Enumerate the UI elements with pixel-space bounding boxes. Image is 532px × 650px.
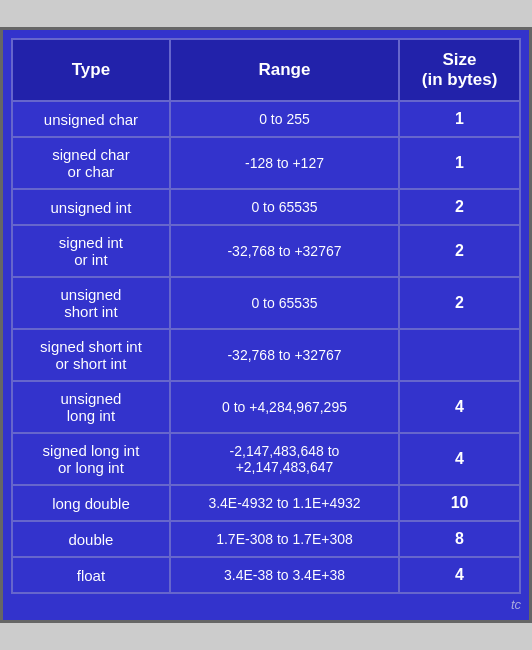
range-cell: 3.4E-4932 to 1.1E+4932 [170,485,399,521]
type-cell: signed intor int [12,225,170,277]
size-cell: 1 [399,137,520,189]
size-cell: 8 [399,521,520,557]
range-cell: 0 to 255 [170,101,399,137]
table-row: signed long intor long int-2,147,483,648… [12,433,520,485]
data-types-table: Type Range Size(in bytes) unsigned char0… [11,38,521,594]
range-cell: 1.7E-308 to 1.7E+308 [170,521,399,557]
range-cell: 3.4E-38 to 3.4E+38 [170,557,399,593]
range-header: Range [170,39,399,101]
type-cell: signed charor char [12,137,170,189]
type-cell: float [12,557,170,593]
table-row: unsigned char0 to 2551 [12,101,520,137]
size-cell: 2 [399,189,520,225]
size-cell [399,329,520,381]
range-cell: -32,768 to +32767 [170,225,399,277]
size-header: Size(in bytes) [399,39,520,101]
size-cell: 2 [399,225,520,277]
table-row: float3.4E-38 to 3.4E+384 [12,557,520,593]
type-header: Type [12,39,170,101]
range-cell: 0 to 65535 [170,277,399,329]
type-cell: unsigned char [12,101,170,137]
size-cell: 10 [399,485,520,521]
type-cell: double [12,521,170,557]
table-row: double1.7E-308 to 1.7E+3088 [12,521,520,557]
type-cell: unsignedshort int [12,277,170,329]
table-row: signed charor char-128 to +1271 [12,137,520,189]
table-row: unsignedshort int0 to 655352 [12,277,520,329]
table-row: signed intor int-32,768 to +327672 [12,225,520,277]
table-row: signed short intor short int-32,768 to +… [12,329,520,381]
range-cell: 0 to +4,284,967,295 [170,381,399,433]
type-cell: signed long intor long int [12,433,170,485]
main-container: Type Range Size(in bytes) unsigned char0… [0,27,532,623]
type-cell: unsignedlong int [12,381,170,433]
type-cell: long double [12,485,170,521]
type-cell: signed short intor short int [12,329,170,381]
table-row: unsigned int0 to 655352 [12,189,520,225]
watermark: tc [11,597,521,612]
size-cell: 4 [399,381,520,433]
header-row: Type Range Size(in bytes) [12,39,520,101]
range-cell: -2,147,483,648 to+2,147,483,647 [170,433,399,485]
size-cell: 2 [399,277,520,329]
range-cell: -128 to +127 [170,137,399,189]
type-cell: unsigned int [12,189,170,225]
size-cell: 4 [399,433,520,485]
table-row: long double3.4E-4932 to 1.1E+493210 [12,485,520,521]
range-cell: 0 to 65535 [170,189,399,225]
range-cell: -32,768 to +32767 [170,329,399,381]
size-cell: 4 [399,557,520,593]
table-row: unsignedlong int0 to +4,284,967,2954 [12,381,520,433]
size-cell: 1 [399,101,520,137]
